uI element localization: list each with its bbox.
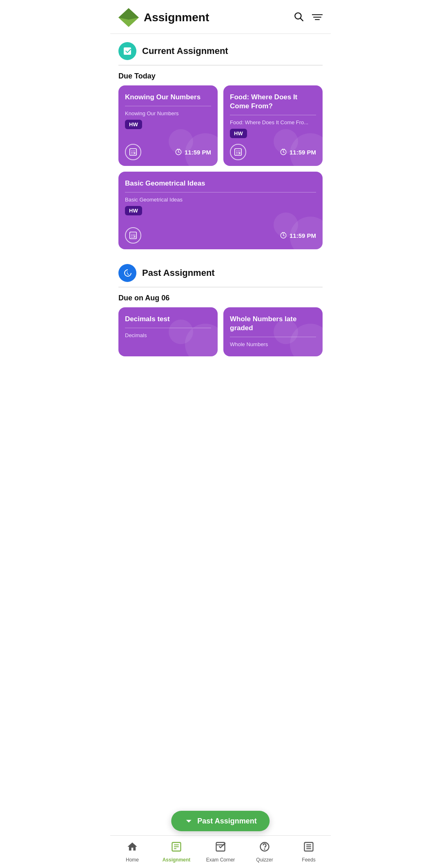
calculator-icon: [125, 144, 141, 160]
svg-line-34: [283, 152, 284, 153]
nav-quizzer[interactable]: Quizzer: [243, 836, 287, 868]
past-assignment-button[interactable]: Past Assignment: [171, 811, 270, 831]
card-subject: Decimals: [125, 332, 211, 338]
assignment-card-geometry[interactable]: Basic Geometrical Ideas Basic Geometrica…: [118, 172, 323, 249]
card-bottom: 11:59 PM: [125, 144, 211, 160]
card-time: 11:59 PM: [175, 148, 211, 156]
svg-line-19: [178, 152, 179, 153]
nav-exam-label: Exam Corner: [206, 857, 235, 863]
nav-exam-corner[interactable]: Exam Corner: [198, 836, 243, 868]
card-time-value: 11:59 PM: [290, 149, 316, 156]
current-cards-grid: Knowing Our Numbers Knowing Our Numbers …: [110, 85, 331, 256]
feeds-nav-icon: [303, 841, 314, 855]
assignment-card-food[interactable]: Food: Where Does It Come From? Food: Whe…: [223, 85, 323, 166]
current-assignment-title: Current Assignment: [142, 46, 228, 56]
svg-rect-7: [130, 149, 137, 156]
home-icon: [127, 841, 138, 855]
card-bottom: 11:59 PM: [125, 227, 316, 244]
card-time-value: 11:59 PM: [290, 232, 316, 239]
app-logo: [118, 7, 139, 28]
svg-rect-22: [235, 149, 242, 156]
svg-line-21: [179, 149, 179, 150]
header-actions: [293, 11, 323, 24]
card-badge: HW: [125, 120, 142, 129]
card-subject: Basic Geometrical Ideas: [125, 197, 316, 203]
calculator-icon: [230, 144, 246, 160]
card-name: Food: Where Does It Come From?: [230, 93, 316, 111]
card-badge: HW: [125, 206, 142, 215]
svg-line-3: [301, 18, 303, 21]
card-name: Decimals test: [125, 315, 211, 324]
svg-line-35: [283, 149, 283, 150]
svg-point-59: [264, 849, 265, 849]
due-aug-label: Due on Aug 06: [110, 287, 331, 307]
past-assignment-section: Past Assignment: [110, 256, 331, 287]
card-bottom: 11:59 PM: [230, 144, 316, 160]
svg-line-16: [135, 152, 135, 154]
svg-line-51: [284, 233, 284, 233]
nav-quizzer-label: Quizzer: [256, 857, 273, 863]
svg-marker-1: [118, 8, 139, 20]
due-today-label: Due Today: [110, 65, 331, 85]
nav-feeds-label: Feeds: [302, 857, 315, 863]
card-top: Basic Geometrical Ideas Basic Geometrica…: [125, 179, 316, 215]
calculator-icon: [125, 227, 141, 244]
card-top: Whole Numbers late graded Whole Numbers: [230, 315, 316, 351]
svg-line-46: [135, 236, 135, 237]
card-time-value: 11:59 PM: [185, 149, 211, 156]
nav-home-label: Home: [126, 857, 139, 863]
page-title: Assignment: [144, 11, 209, 24]
search-icon[interactable]: [293, 11, 304, 24]
exam-corner-nav-icon: [215, 841, 226, 855]
svg-rect-56: [216, 843, 225, 851]
past-cards-grid: Decimals test Decimals Whole Numbers lat…: [110, 307, 331, 363]
assignment-card-knowing-numbers[interactable]: Knowing Our Numbers Knowing Our Numbers …: [118, 85, 218, 166]
svg-rect-37: [130, 232, 137, 239]
svg-line-20: [178, 149, 178, 150]
card-time: 11:59 PM: [280, 148, 316, 156]
assignment-card-whole-numbers[interactable]: Whole Numbers late graded Whole Numbers: [223, 307, 323, 356]
past-section-icon: [118, 264, 136, 282]
assignment-nav-icon: [171, 841, 182, 855]
card-top: Decimals test Decimals: [125, 315, 211, 342]
nav-assignment[interactable]: Assignment: [154, 836, 198, 868]
nav-home[interactable]: Home: [110, 836, 154, 868]
svg-line-49: [283, 235, 284, 236]
assignment-card-decimals[interactable]: Decimals test Decimals: [118, 307, 218, 356]
card-name: Basic Geometrical Ideas: [125, 179, 316, 188]
card-time: 11:59 PM: [280, 232, 316, 239]
card-badge: HW: [230, 129, 247, 138]
header-left: Assignment: [118, 7, 209, 28]
card-top: Food: Where Does It Come From? Food: Whe…: [230, 93, 316, 138]
current-section-icon: [118, 42, 136, 60]
card-name: Knowing Our Numbers: [125, 93, 211, 102]
bottom-navigation: Home Assignment Exam Corner Quizzer Feed…: [110, 835, 331, 868]
nav-feeds[interactable]: Feeds: [287, 836, 331, 868]
svg-line-31: [240, 152, 240, 154]
nav-assignment-label: Assignment: [163, 857, 191, 863]
past-assignment-title: Past Assignment: [142, 268, 215, 278]
app-header: Assignment: [110, 0, 331, 34]
card-subject: Knowing Our Numbers: [125, 110, 211, 116]
card-subject: Whole Numbers: [230, 341, 316, 347]
filter-icon[interactable]: [312, 12, 323, 23]
current-assignment-section: Current Assignment: [110, 34, 331, 65]
svg-line-36: [284, 149, 284, 150]
card-subject: Food: Where Does It Come Fro...: [230, 119, 316, 125]
svg-line-50: [283, 233, 283, 233]
main-content: Current Assignment Due Today Knowing Our…: [110, 34, 331, 400]
past-button-label: Past Assignment: [197, 817, 256, 825]
card-top: Knowing Our Numbers Knowing Our Numbers …: [125, 93, 211, 129]
card-name: Whole Numbers late graded: [230, 315, 316, 333]
quizzer-nav-icon: [259, 841, 270, 855]
